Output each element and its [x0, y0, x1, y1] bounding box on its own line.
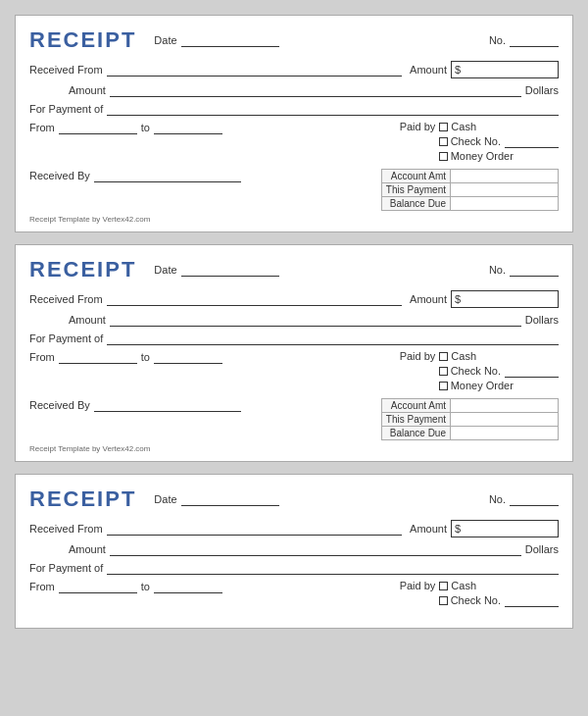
received-from-row-2: Received From Amount $ — [29, 290, 559, 308]
for-payment-field-3[interactable] — [107, 561, 559, 575]
to-label-3: to — [141, 581, 150, 592]
balance-due-label: Balance Due — [381, 197, 450, 211]
received-from-field-2[interactable] — [107, 292, 403, 306]
for-payment-field-2[interactable] — [107, 332, 559, 345]
receipt-2-no-area: No. — [489, 263, 559, 277]
amount-text-field-2[interactable] — [110, 313, 521, 327]
receipt-3-title: RECEIPT — [29, 486, 136, 512]
paid-by-label: Paid by — [400, 121, 436, 132]
receipt-3-no-area: No. — [489, 492, 559, 506]
from-label: From — [29, 122, 55, 133]
from-field-3[interactable] — [59, 580, 137, 593]
balance-due-row: Balance Due — [381, 197, 558, 211]
amount-text-field[interactable] — [110, 83, 521, 97]
account-amt-row: Account Amt — [381, 170, 558, 183]
date-label-2: Date — [154, 264, 176, 276]
no-field-3[interactable] — [510, 492, 559, 506]
paid-by-check-row-3: Check No. — [400, 593, 559, 607]
date-field-3[interactable] — [181, 492, 279, 506]
from-label-2: From — [29, 351, 55, 363]
balance-due-label-2: Balance Due — [381, 427, 450, 440]
amount-underline-row-3: Amount Dollars — [29, 542, 559, 556]
amount-field-3[interactable]: $ — [451, 520, 559, 537]
receipt-3-header: RECEIPT Date No. — [29, 486, 559, 512]
amount-underline-label-2: Amount — [69, 314, 106, 326]
from-field-2[interactable] — [59, 350, 137, 364]
from-to-section-2: From to — [29, 350, 400, 364]
paid-by-label-2: Paid by — [400, 350, 436, 362]
account-table: Account Amt This Payment Balance Due — [381, 169, 559, 211]
to-field-2[interactable] — [154, 350, 222, 364]
amount-box: Amount $ — [410, 61, 559, 78]
this-payment-label-2: This Payment — [381, 413, 450, 427]
account-amt-label: Account Amt — [381, 170, 450, 183]
amount-box-2: Amount $ — [410, 290, 559, 308]
cash-label: Cash — [451, 121, 476, 132]
for-payment-label: For Payment of — [29, 103, 103, 115]
cash-checkbox-2[interactable] — [439, 352, 448, 361]
receipt-1-date-area: Date — [154, 33, 489, 47]
from-to-paid-row-3: From to Paid by Cash Check No. — [29, 580, 559, 609]
paid-by-cash-row: Paid by Cash — [400, 121, 480, 132]
from-field[interactable] — [59, 121, 137, 134]
account-amt-value[interactable] — [451, 170, 559, 183]
balance-due-value-2[interactable] — [451, 427, 559, 440]
for-payment-field[interactable] — [107, 102, 559, 116]
check-no-field[interactable] — [505, 134, 559, 148]
check-no-field-2[interactable] — [505, 364, 559, 378]
paid-by-cash-row-2: Paid by Cash — [400, 350, 480, 362]
money-order-checkbox-2[interactable] — [439, 382, 448, 390]
cash-checkbox[interactable] — [439, 123, 448, 131]
paid-by-section-2: Paid by Cash Check No. Money Order — [400, 350, 559, 393]
cash-label-3: Cash — [451, 580, 476, 591]
receipt-2-footer: Receipt Template by Vertex42.com — [29, 444, 559, 453]
amount-text-field-3[interactable] — [110, 542, 521, 556]
check-checkbox-2[interactable] — [439, 367, 448, 376]
check-checkbox-3[interactable] — [439, 596, 448, 605]
no-field-2[interactable] — [510, 263, 559, 277]
for-payment-label-3: For Payment of — [29, 562, 103, 574]
cash-checkbox-3[interactable] — [439, 582, 448, 590]
this-payment-value-2[interactable] — [451, 413, 559, 427]
cash-label-2: Cash — [451, 350, 476, 362]
dollar-sign: $ — [455, 64, 461, 76]
for-payment-label-2: For Payment of — [29, 332, 103, 344]
check-checkbox[interactable] — [439, 137, 448, 146]
received-from-label-3: Received From — [29, 523, 103, 535]
received-by-field-2[interactable] — [94, 398, 241, 412]
paid-by-money-row: Money Order — [400, 150, 517, 162]
account-amt-value-2[interactable] — [451, 399, 559, 413]
receipt-2-header: RECEIPT Date No. — [29, 257, 559, 282]
date-field[interactable] — [181, 33, 279, 47]
no-field[interactable] — [510, 33, 559, 47]
check-label-3: Check No. — [451, 594, 501, 606]
from-to-section: From to — [29, 121, 400, 134]
amount-underline-row-2: Amount Dollars — [29, 313, 559, 327]
check-no-field-3[interactable] — [505, 593, 559, 607]
account-table-2: Account Amt This Payment Balance Due — [381, 398, 559, 440]
for-payment-row-2: For Payment of — [29, 332, 559, 345]
paid-by-check-row: Check No. — [400, 134, 559, 148]
received-from-field[interactable] — [107, 63, 403, 77]
for-payment-row-3: For Payment of — [29, 561, 559, 575]
received-from-field-3[interactable] — [107, 522, 403, 536]
from-to-section-3: From to — [29, 580, 400, 593]
this-payment-row: This Payment — [381, 183, 558, 197]
amount-field-2[interactable]: $ — [451, 290, 559, 308]
balance-due-value[interactable] — [451, 197, 559, 211]
money-order-checkbox[interactable] — [439, 152, 448, 161]
amount-field[interactable]: $ — [451, 61, 559, 78]
to-field[interactable] — [154, 121, 222, 134]
received-from-row: Received From Amount $ — [29, 61, 559, 78]
received-by-field[interactable] — [94, 169, 241, 182]
date-field-2[interactable] — [181, 263, 279, 277]
to-label: to — [141, 122, 150, 133]
amount-underline-label: Amount — [69, 84, 106, 96]
this-payment-value[interactable] — [451, 183, 559, 197]
dollars-label-2: Dollars — [525, 314, 559, 326]
check-label-2: Check No. — [451, 365, 501, 377]
received-from-label: Received From — [29, 64, 103, 76]
to-field-3[interactable] — [154, 580, 222, 593]
no-label-2: No. — [489, 264, 506, 276]
receipt-2: RECEIPT Date No. Received From Amount $ … — [15, 244, 573, 462]
